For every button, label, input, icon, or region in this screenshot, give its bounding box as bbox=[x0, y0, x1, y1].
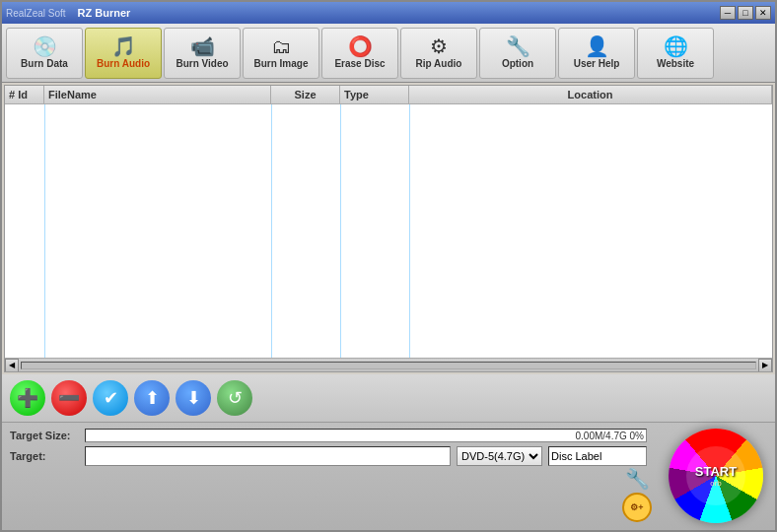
burn-data-label: Burn Data bbox=[21, 58, 68, 69]
maximize-button[interactable]: □ bbox=[738, 6, 753, 20]
scroll-track[interactable] bbox=[21, 362, 756, 369]
refresh-icon: ↺ bbox=[228, 387, 243, 409]
col-divider-2 bbox=[271, 104, 272, 358]
rip-audio-button[interactable]: ⚙ Rip Audio bbox=[400, 28, 477, 79]
option-button[interactable]: 🔧 Option bbox=[479, 28, 556, 79]
ok-icon: ✔ bbox=[104, 387, 118, 409]
scroll-left-arrow[interactable]: ◀ bbox=[5, 359, 19, 372]
remove-button[interactable]: ➖ bbox=[51, 380, 87, 416]
down-icon: ⬇ bbox=[186, 387, 201, 409]
app-name: RealZeal Soft bbox=[6, 8, 66, 19]
start-label: START bbox=[695, 464, 737, 479]
burn-image-button[interactable]: 🗂 Burn Image bbox=[243, 28, 319, 79]
title-bar-left: RealZeal Soft RZ Burner bbox=[6, 7, 130, 19]
close-button[interactable]: ✕ bbox=[755, 6, 771, 20]
col-divider-3 bbox=[340, 104, 341, 358]
option-label: Option bbox=[502, 58, 533, 69]
col-header-filename: FileName bbox=[44, 86, 271, 103]
burn-audio-button[interactable]: 🎵 Burn Audio bbox=[85, 28, 162, 79]
table-header: # Id FileName Size Type Location bbox=[5, 86, 772, 104]
burn-data-icon: 💿 bbox=[33, 36, 57, 56]
start-area: START orb bbox=[657, 422, 775, 530]
burn-image-icon: 🗂 bbox=[271, 36, 291, 56]
burn-video-icon: 📹 bbox=[190, 36, 215, 56]
remove-icon: ➖ bbox=[58, 387, 80, 409]
target-label: Target: bbox=[10, 450, 79, 462]
col-header-location: Location bbox=[409, 86, 772, 103]
main-window: RealZeal Soft RZ Burner ─ □ ✕ 💿 Burn Dat… bbox=[0, 0, 777, 532]
target-size-label: Target Size: bbox=[10, 430, 79, 441]
disc-format-dropdown[interactable]: DVD-5(4.7G) DVD-9(8.5G) CD-700M bbox=[457, 446, 542, 466]
erase-disc-label: Erase Disc bbox=[334, 58, 385, 69]
erase-disc-button[interactable]: ⭕ Erase Disc bbox=[321, 28, 398, 79]
window-controls: ─ □ ✕ bbox=[720, 6, 771, 20]
target-size-row: Target Size: 0.00M/4.7G 0% bbox=[10, 429, 647, 442]
add-button[interactable]: ➕ bbox=[10, 380, 45, 416]
wrench-icon: 🔧 bbox=[625, 467, 650, 491]
col-header-id: # Id bbox=[5, 86, 44, 103]
action-bar: ➕ ➖ ✔ ⬆ ⬇ ↺ bbox=[2, 374, 775, 422]
ok-button[interactable]: ✔ bbox=[93, 380, 128, 416]
start-circle-inner: START orb bbox=[686, 446, 745, 505]
user-help-label: User Help bbox=[574, 58, 620, 69]
window-title: RZ Burner bbox=[78, 7, 131, 19]
website-icon: 🌐 bbox=[664, 36, 688, 56]
move-up-button[interactable]: ⬆ bbox=[134, 380, 170, 416]
burn-audio-icon: 🎵 bbox=[111, 36, 136, 56]
progress-bar-container: 0.00M/4.7G 0% bbox=[85, 429, 647, 442]
progress-text: 0.00M/4.7G 0% bbox=[576, 430, 644, 443]
option-icon: 🔧 bbox=[506, 36, 530, 56]
rip-audio-label: Rip Audio bbox=[416, 58, 462, 69]
move-down-button[interactable]: ⬇ bbox=[176, 380, 211, 416]
title-bar: RealZeal Soft RZ Burner ─ □ ✕ bbox=[2, 2, 775, 24]
col-divider-1 bbox=[44, 104, 45, 358]
table-body[interactable] bbox=[5, 104, 772, 358]
scroll-right-arrow[interactable]: ▶ bbox=[758, 359, 772, 372]
burn-image-label: Burn Image bbox=[253, 58, 308, 69]
burn-audio-label: Burn Audio bbox=[97, 58, 150, 69]
burn-video-button[interactable]: 📹 Burn Video bbox=[164, 28, 241, 79]
website-label: Website bbox=[657, 58, 694, 69]
col-divider-4 bbox=[409, 104, 410, 358]
target-input[interactable] bbox=[85, 446, 451, 466]
up-icon: ⬆ bbox=[145, 387, 160, 409]
bottom-panel: Target Size: 0.00M/4.7G 0% Target: DVD-5… bbox=[2, 422, 775, 530]
rip-audio-icon: ⚙ bbox=[430, 36, 448, 56]
col-header-size: Size bbox=[271, 86, 340, 103]
watermark-area: 🔧 ⚙+ bbox=[622, 467, 652, 522]
toolbar: 💿 Burn Data 🎵 Burn Audio 📹 Burn Video 🗂 … bbox=[2, 24, 775, 83]
horizontal-scrollbar[interactable]: ◀ ▶ bbox=[5, 358, 772, 371]
erase-disc-icon: ⭕ bbox=[348, 36, 373, 56]
target-row: Target: DVD-5(4.7G) DVD-9(8.5G) CD-700M bbox=[10, 446, 647, 466]
minimize-button[interactable]: ─ bbox=[720, 6, 736, 20]
burn-data-button[interactable]: 💿 Burn Data bbox=[6, 28, 83, 79]
add-icon: ➕ bbox=[17, 387, 38, 409]
user-help-icon: 👤 bbox=[585, 36, 609, 56]
watermark-circle: ⚙+ bbox=[622, 493, 652, 522]
website-button[interactable]: 🌐 Website bbox=[637, 28, 714, 79]
disc-label-input[interactable] bbox=[548, 446, 647, 466]
burn-video-label: Burn Video bbox=[176, 58, 228, 69]
user-help-button[interactable]: 👤 User Help bbox=[558, 28, 635, 79]
start-button[interactable]: START orb bbox=[669, 429, 763, 523]
refresh-button[interactable]: ↺ bbox=[217, 380, 252, 416]
file-table: # Id FileName Size Type Location ◀ ▶ bbox=[4, 85, 773, 372]
start-sub: orb bbox=[710, 479, 722, 488]
col-header-type: Type bbox=[340, 86, 409, 103]
